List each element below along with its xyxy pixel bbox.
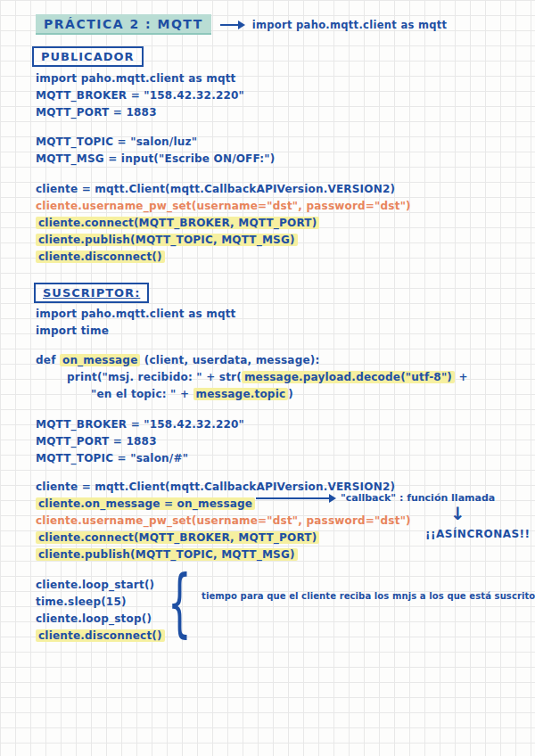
highlight: message.payload.decode("utf-8") xyxy=(242,371,455,383)
code-segment: ) xyxy=(288,388,293,400)
brace-icon: { xyxy=(168,565,192,640)
code-line-publish: cliente.publish(MQTT_TOPIC, MQTT_MSG) xyxy=(36,232,411,249)
highlight: on_message xyxy=(60,354,141,366)
code-line: MQTT_PORT = 1883 xyxy=(36,104,411,121)
highlight: message.topic xyxy=(193,388,289,400)
code-line: import time xyxy=(36,323,468,340)
highlight: cliente.publish(MQTT_TOPIC, MQTT_MSG) xyxy=(36,234,298,246)
code-line-publish: cliente.publish(MQTT_TOPIC, MQTT_MSG) xyxy=(36,546,468,563)
code-line: MQTT_MSG = input("Escribe ON/OFF:") xyxy=(36,151,411,168)
callback-note: "callback" : función llamada xyxy=(341,492,495,504)
code-line: MQTT_TOPIC = "salon/#" xyxy=(36,450,468,467)
code-segment: (client, userdata, message): xyxy=(140,354,319,366)
callback-arrow-icon xyxy=(256,497,334,499)
code-line: MQTT_PORT = 1883 xyxy=(36,433,468,450)
code-segment: def xyxy=(36,354,60,366)
code-line: cliente = mqtt.Client(mqtt.CallbackAPIVe… xyxy=(36,181,411,198)
title-note: import paho.mqtt.client as mqtt xyxy=(252,19,448,31)
code-line-print: "en el topic: " + message.topic) xyxy=(91,386,468,403)
code-line-connect: cliente.connect(MQTT_BROKER, MQTT_PORT) xyxy=(36,215,411,232)
page-title: PRÁCTICA 2 : MQTT xyxy=(36,14,211,35)
highlight: cliente.disconnect() xyxy=(36,629,165,642)
code-line: import paho.mqtt.client as mqtt xyxy=(36,306,468,323)
code-line: import paho.mqtt.client as mqtt xyxy=(36,70,411,87)
code-segment: "en el topic: " + xyxy=(91,388,193,400)
suscriptor-heading-label: SUSCRIPTOR: xyxy=(43,286,140,300)
code-line: MQTT_BROKER = "158.42.32.220" xyxy=(36,416,468,433)
publicador-heading: PUBLICADOR xyxy=(32,46,144,67)
code-segment: print("msj. recibido: " + str( xyxy=(67,371,242,383)
asincronas-note: ¡¡ASÍNCRONAS!! xyxy=(425,528,531,540)
highlight: cliente.connect(MQTT_BROKER, MQTT_PORT) xyxy=(36,217,319,229)
code-line-disconnect: cliente.disconnect() xyxy=(36,628,468,645)
code-line-auth: cliente.username_pw_set(username="dst", … xyxy=(36,513,468,530)
code-line: MQTT_TOPIC = "salon/luz" xyxy=(36,134,411,151)
code-line-def: def on_message (client, userdata, messag… xyxy=(36,352,468,369)
code-line-connect: cliente.connect(MQTT_BROKER, MQTT_PORT) xyxy=(36,530,468,546)
highlight: cliente.publish(MQTT_TOPIC, MQTT_MSG) xyxy=(36,548,298,561)
code-segment: + xyxy=(455,371,468,383)
publicador-code: import paho.mqtt.client as mqtt MQTT_BRO… xyxy=(36,70,411,266)
code-line: cliente.loop_stop() xyxy=(36,611,468,628)
highlight: cliente.connect(MQTT_BROKER, MQTT_PORT) xyxy=(36,531,319,544)
title-arrow-icon xyxy=(220,24,243,26)
highlight: cliente.disconnect() xyxy=(36,251,165,263)
title-row: PRÁCTICA 2 : MQTT import paho.mqtt.clien… xyxy=(36,14,447,35)
code-line-disconnect: cliente.disconnect() xyxy=(36,249,411,266)
code-line-print: print("msj. recibido: " + str(message.pa… xyxy=(67,369,468,386)
code-line-auth: cliente.username_pw_set(username="dst", … xyxy=(36,198,411,215)
down-arrow-icon: ↓ xyxy=(450,503,465,524)
highlight: cliente.on_message = on_message xyxy=(36,497,255,510)
suscriptor-heading: SUSCRIPTOR: xyxy=(34,283,149,303)
loop-brace-note: tiempo para que el cliente reciba los mn… xyxy=(202,591,535,601)
code-line: MQTT_BROKER = "158.42.32.220" xyxy=(36,87,411,104)
